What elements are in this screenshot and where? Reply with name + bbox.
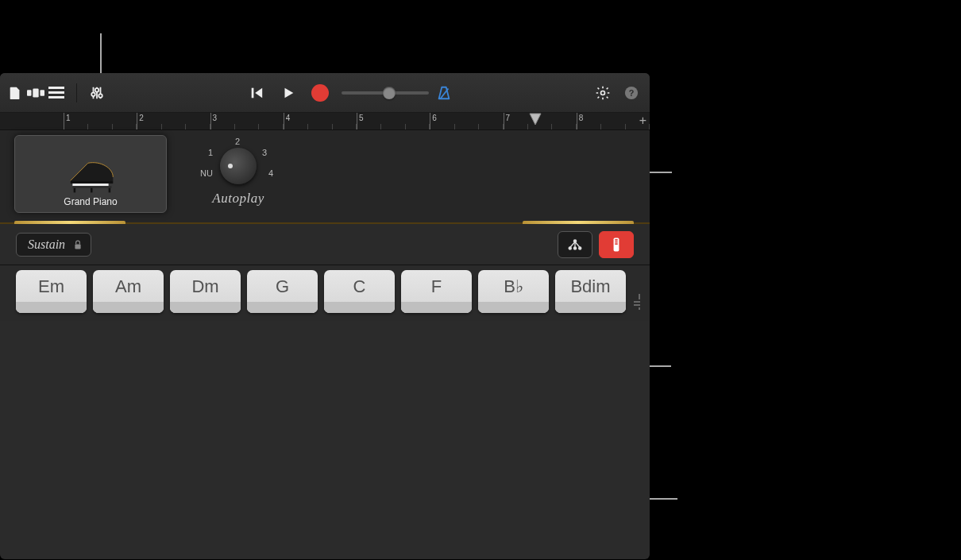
- svg-point-7: [91, 92, 95, 96]
- svg-point-14: [601, 91, 605, 95]
- track-controls-button[interactable]: [88, 84, 106, 102]
- svg-rect-32: [615, 239, 617, 241]
- ruler-measure: 2: [137, 113, 210, 129]
- chord-name-label: Am: [93, 270, 164, 302]
- autoplay-knob[interactable]: [220, 148, 257, 184]
- chord-strip[interactable]: G: [247, 270, 318, 313]
- autoplay-control[interactable]: NU 1 2 3 4 Autoplay: [191, 135, 286, 222]
- chord-strip-mode-button[interactable]: [558, 231, 592, 258]
- ruler-measure: 1: [64, 113, 137, 129]
- master-volume-slider[interactable]: [342, 91, 429, 95]
- ruler-measure: 6: [430, 113, 503, 129]
- chord-name-label: Bdim: [555, 270, 626, 302]
- ruler-measure: 3: [210, 113, 284, 129]
- svg-rect-0: [27, 90, 32, 95]
- chord-strip[interactable]: B♭: [478, 270, 549, 313]
- sustain-button[interactable]: Sustain: [16, 233, 91, 257]
- chord-strip[interactable]: Bdim: [555, 270, 626, 313]
- svg-rect-21: [109, 188, 111, 193]
- autoplay-pos-off: NU: [200, 168, 213, 178]
- keyboard-mode-button[interactable]: [599, 231, 634, 258]
- svg-rect-12: [251, 87, 253, 98]
- svg-rect-34: [615, 243, 617, 245]
- autoplay-pos-3: 3: [262, 148, 267, 157]
- svg-point-9: [95, 88, 99, 92]
- metronome-button[interactable]: [435, 84, 453, 102]
- instrument-browser-button[interactable]: [27, 84, 44, 102]
- svg-rect-1: [33, 88, 38, 97]
- toolbar: ?: [0, 73, 650, 113]
- timeline-ruler[interactable]: 12345678 +: [0, 113, 650, 130]
- svg-rect-4: [48, 91, 64, 94]
- chord-name-label: Em: [16, 270, 87, 302]
- track-header-area: Grand Piano NU 1 2 3 4 Autoplay: [0, 130, 650, 224]
- chord-strip[interactable]: Em: [16, 270, 87, 313]
- chord-register-indicator: [634, 270, 640, 313]
- svg-text:?: ?: [629, 87, 635, 97]
- ruler-measure: 7: [504, 113, 577, 129]
- chord-strip-area: EmAmDmGCFB♭Bdim: [0, 265, 650, 321]
- ruler-measure: 5: [357, 113, 430, 129]
- chord-strip[interactable]: Dm: [170, 270, 241, 313]
- play-button[interactable]: [280, 84, 297, 102]
- svg-rect-19: [72, 186, 111, 188]
- autoplay-pos-1: 1: [208, 148, 213, 157]
- tracks-view-button[interactable]: [48, 84, 65, 102]
- svg-point-11: [98, 94, 102, 98]
- autoplay-label: Autoplay: [212, 191, 264, 207]
- instrument-tile[interactable]: Grand Piano: [14, 135, 167, 213]
- chord-name-label: Dm: [170, 270, 241, 302]
- my-songs-button[interactable]: [6, 84, 24, 102]
- chord-strip[interactable]: F: [401, 270, 472, 313]
- help-button[interactable]: ?: [623, 84, 640, 102]
- sustain-label: Sustain: [28, 238, 65, 252]
- settings-button[interactable]: [594, 84, 612, 102]
- lock-icon: [73, 240, 83, 249]
- chord-name-label: F: [401, 270, 472, 302]
- chord-strip[interactable]: Am: [93, 270, 164, 313]
- svg-rect-33: [615, 241, 617, 242]
- piano-icon: [62, 158, 119, 193]
- svg-rect-18: [72, 183, 108, 186]
- chord-strip[interactable]: C: [324, 270, 395, 313]
- chord-name-label: C: [324, 270, 395, 302]
- svg-rect-23: [75, 244, 81, 249]
- ruler-measure: 4: [284, 113, 357, 129]
- svg-rect-2: [41, 90, 45, 95]
- instrument-name-label: Grand Piano: [64, 196, 117, 207]
- svg-rect-20: [74, 188, 76, 193]
- add-section-button[interactable]: +: [639, 114, 646, 127]
- go-to-start-button[interactable]: [248, 84, 265, 102]
- control-bar: Sustain: [0, 224, 650, 265]
- chord-name-label: G: [247, 270, 318, 302]
- svg-rect-17: [71, 180, 113, 183]
- autoplay-pos-2: 2: [235, 137, 240, 146]
- chord-name-label: B♭: [478, 270, 549, 302]
- svg-rect-5: [48, 96, 64, 98]
- svg-rect-22: [91, 188, 93, 193]
- record-button[interactable]: [311, 84, 329, 102]
- autoplay-pos-4: 4: [268, 168, 273, 178]
- svg-rect-3: [48, 87, 64, 89]
